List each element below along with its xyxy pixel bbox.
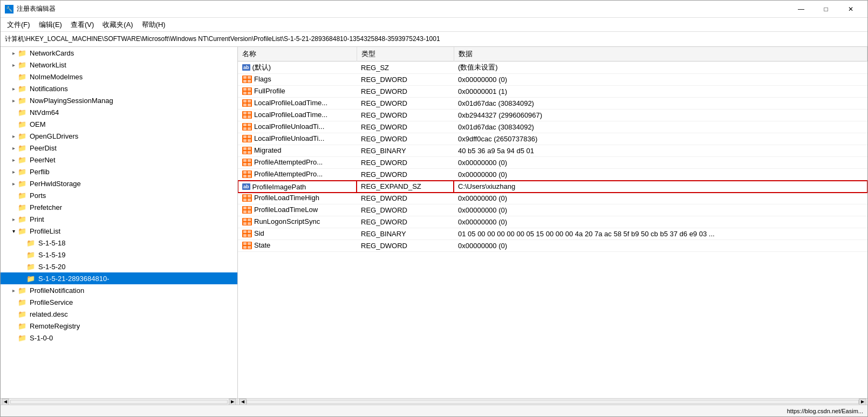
menu-item-收藏夹A[interactable]: 收藏夹(A) xyxy=(98,19,137,31)
tree-label-S-1-5-19: S-1-5-19 xyxy=(38,251,66,259)
cell-data-10: C:\Users\xiuzhang xyxy=(454,181,867,193)
table-row[interactable]: RunLogonScriptSyncREG_DWORD0x00000000 (0… xyxy=(238,216,867,228)
tree-item-S-1-0-0[interactable]: 📁S-1-0-0 xyxy=(1,332,237,344)
table-row[interactable]: ProfileLoadTimeLowREG_DWORD0x00000000 (0… xyxy=(238,204,867,216)
table-row[interactable]: ab (默认)REG_SZ(数值未设置) xyxy=(238,61,867,74)
menu-item-编辑E[interactable]: 编辑(E) xyxy=(35,19,66,31)
cell-type-2: REG_DWORD xyxy=(357,86,454,98)
tree-item-Prefetcher[interactable]: 📁Prefetcher xyxy=(1,201,237,213)
cell-type-8: REG_DWORD xyxy=(357,157,454,169)
right-scroll-right-btn[interactable]: ▶ xyxy=(859,399,866,405)
menu-bar: 文件(F)编辑(E)查看(V)收藏夹(A)帮助(H) xyxy=(1,18,867,32)
table-row[interactable]: FullProfileREG_DWORD0x00000001 (1) xyxy=(238,86,867,98)
menu-item-查看V[interactable]: 查看(V) xyxy=(66,19,98,31)
tree-container[interactable]: ▸📁NetworkCards▸📁NetworkList📁NoImeModelme… xyxy=(1,47,237,398)
scroll-left-btn[interactable]: ◀ xyxy=(2,399,9,405)
cell-type-10: REG_EXPAND_SZ xyxy=(357,181,454,193)
tree-item-ProfileNotification[interactable]: ▸📁ProfileNotification xyxy=(1,284,237,296)
tree-item-Print[interactable]: ▸📁Print xyxy=(1,213,237,225)
tree-item-OpenGLDrivers[interactable]: ▸📁OpenGLDrivers xyxy=(1,130,237,142)
tree-item-Notifications[interactable]: ▸📁Notifications xyxy=(1,83,237,94)
svg-rect-34 xyxy=(243,175,247,177)
tree-item-S-1-5-18[interactable]: 📁S-1-5-18 xyxy=(1,237,237,249)
cell-data-5: 0x01d67dac (30834092) xyxy=(454,121,867,133)
svg-rect-23 xyxy=(248,139,251,142)
tree-item-PeerNet[interactable]: ▸📁PeerNet xyxy=(1,154,237,166)
table-row[interactable]: LocalProfileLoadTime...REG_DWORD0xb29443… xyxy=(238,110,867,121)
folder-icon-Prefetcher: 📁 xyxy=(18,203,28,211)
tree-label-NtVdm64: NtVdm64 xyxy=(30,108,59,117)
table-row[interactable]: StateREG_DWORD0x00000000 (0) xyxy=(238,240,867,252)
table-row[interactable]: LocalProfileUnloadTi...REG_DWORD0x01d67d… xyxy=(238,121,867,133)
svg-rect-3 xyxy=(248,80,251,83)
tree-item-NowPlayingSessionManag[interactable]: ▸📁NowPlayingSessionManag xyxy=(1,94,237,106)
table-header: 名称 类型 数据 xyxy=(238,47,867,61)
tree-item-S-1-5-19[interactable]: 📁S-1-5-19 xyxy=(1,249,237,261)
right-hscroll[interactable]: ◀ ▶ xyxy=(238,399,867,405)
tree-arrow-Print: ▸ xyxy=(9,216,18,222)
status-bar: https://blog.csdn.net/Easim... xyxy=(1,405,867,416)
folder-icon-S-1-5-18: 📁 xyxy=(26,239,36,247)
tree-arrow-NowPlayingSessionManag: ▸ xyxy=(9,98,18,104)
col-name: 名称 xyxy=(238,47,357,61)
maximize-button[interactable]: □ xyxy=(814,1,838,18)
cell-data-13: 0x00000000 (0) xyxy=(454,216,867,228)
tree-label-OpenGLDrivers: OpenGLDrivers xyxy=(30,132,78,140)
tree-item-S-1-5-20[interactable]: 📁S-1-5-20 xyxy=(1,261,237,272)
svg-rect-7 xyxy=(248,92,251,94)
tree-item-ProfileList[interactable]: ▾📁ProfileList xyxy=(1,225,237,237)
folder-icon-S-1-5-19: 📁 xyxy=(26,251,36,259)
svg-rect-45 xyxy=(248,218,251,221)
svg-rect-14 xyxy=(243,115,247,118)
left-hscroll[interactable]: ◀ ▶ xyxy=(1,399,238,405)
tree-item-NtVdm64[interactable]: 📁NtVdm64 xyxy=(1,106,237,118)
tree-item-PerHwldStorage[interactable]: ▸📁PerHwldStorage xyxy=(1,177,237,189)
tree-item-Perflib[interactable]: ▸📁Perflib xyxy=(1,166,237,177)
menu-item-文件F[interactable]: 文件(F) xyxy=(3,19,35,31)
tree-item-PeerDist[interactable]: ▸📁PeerDist xyxy=(1,142,237,154)
right-htrack[interactable] xyxy=(247,400,859,404)
folder-icon-OpenGLDrivers: 📁 xyxy=(18,132,28,140)
cell-name-12: ProfileLoadTimeLow xyxy=(238,204,357,216)
minimize-button[interactable]: — xyxy=(789,1,814,18)
tree-label-PeerDist: PeerDist xyxy=(30,144,57,152)
tree-arrow-PerHwldStorage: ▸ xyxy=(9,181,18,187)
svg-rect-37 xyxy=(248,195,251,197)
scroll-right-btn[interactable]: ▶ xyxy=(229,399,236,405)
tree-label-NetworkList: NetworkList xyxy=(30,61,66,69)
tree-item-NoImeModelmes[interactable]: 📁NoImeModelmes xyxy=(1,71,237,83)
tree-item-NetworkList[interactable]: ▸📁NetworkList xyxy=(1,59,237,71)
cell-type-6: REG_DWORD xyxy=(357,133,454,145)
table-row[interactable]: ProfileLoadTimeHighREG_DWORD0x00000000 (… xyxy=(238,193,867,204)
cell-name-7: Migrated xyxy=(238,145,357,157)
svg-rect-30 xyxy=(243,163,247,166)
tree-item-ProfileService[interactable]: 📁ProfileService xyxy=(1,296,237,308)
svg-rect-26 xyxy=(243,151,247,154)
table-row[interactable]: MigratedREG_BINARY40 b5 36 a9 5a 94 d5 0… xyxy=(238,145,867,157)
tree-item-NetworkCards[interactable]: ▸📁NetworkCards xyxy=(1,47,237,59)
table-row[interactable]: ab ProfileImagePathREG_EXPAND_SZC:\Users… xyxy=(238,181,867,193)
right-scroll-left-btn[interactable]: ◀ xyxy=(239,399,247,405)
cell-name-10: ab ProfileImagePath xyxy=(238,181,357,193)
cell-name-6: LocalProfileUnloadTi... xyxy=(238,133,357,145)
close-button[interactable]: ✕ xyxy=(838,1,863,18)
tree-item-S-1-5-21-2893684810-[interactable]: 📁S-1-5-21-2893684810- xyxy=(1,272,237,284)
table-row[interactable]: SidREG_BINARY01 05 00 00 00 00 00 05 15 … xyxy=(238,228,867,240)
app-icon: 🔧 xyxy=(5,5,13,13)
table-row[interactable]: ProfileAttemptedPro...REG_DWORD0x0000000… xyxy=(238,169,867,181)
table-row[interactable]: LocalProfileLoadTime...REG_DWORD0x01d67d… xyxy=(238,98,867,110)
menu-item-帮助H[interactable]: 帮助(H) xyxy=(138,19,170,31)
tree-item-related.desc[interactable]: 📁related.desc xyxy=(1,308,237,320)
tree-item-OEM[interactable]: 📁OEM xyxy=(1,118,237,130)
tree-item-RemoteRegistry[interactable]: 📁RemoteRegistry xyxy=(1,320,237,332)
svg-rect-2 xyxy=(243,80,247,83)
table-row[interactable]: FlagsREG_DWORD0x00000000 (0) xyxy=(238,74,867,86)
cell-name-2: FullProfile xyxy=(238,86,357,98)
tree-item-Ports[interactable]: 📁Ports xyxy=(1,189,237,201)
tree-label-NowPlayingSessionManag: NowPlayingSessionManag xyxy=(30,97,113,105)
values-tbody: ab (默认)REG_SZ(数值未设置) FlagsREG_DWORD0x000… xyxy=(238,61,867,252)
table-row[interactable]: ProfileAttemptedPro...REG_DWORD0x0000000… xyxy=(238,157,867,169)
svg-rect-42 xyxy=(243,210,247,213)
left-htrack[interactable] xyxy=(10,400,228,404)
table-row[interactable]: LocalProfileUnloadTi...REG_DWORD0x9dff0c… xyxy=(238,133,867,145)
